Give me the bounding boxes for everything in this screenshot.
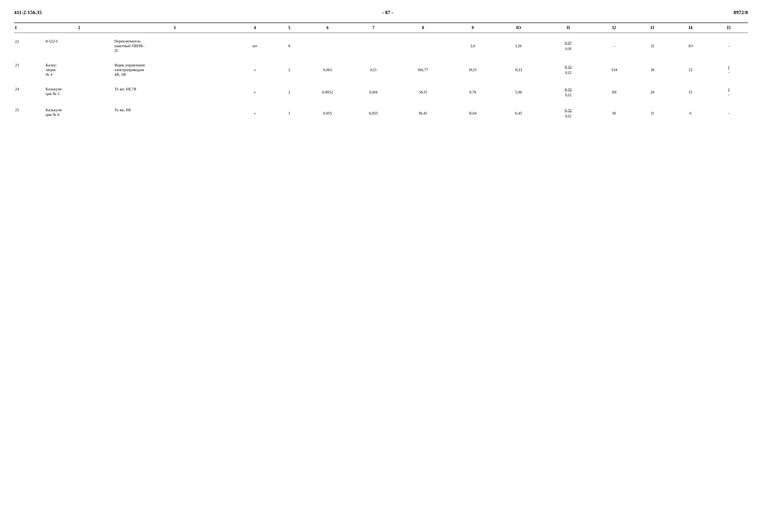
row-23-col3: Ящик управленияэлектроприводом4Я, 5Я: [114, 61, 236, 78]
table-wrapper: I 2 3 4 5 6 7 8 9 IO II I2 I3 I4 I5: [14, 23, 748, 120]
row-spacer-0: [14, 33, 748, 38]
row-22-col3: Переключательпакетный ПВПВ–2I: [114, 38, 236, 54]
col-header-2: 2: [44, 23, 113, 33]
row-25-col7: 0,055: [350, 106, 397, 120]
col-header-5: 5: [274, 23, 305, 33]
row-25-col2: Калькуля-ция № 6: [44, 106, 113, 120]
row-25-col11: 0,32 0,I2: [542, 106, 595, 120]
col-header-12: I2: [595, 23, 633, 33]
row-25-col8: 8I,45: [396, 106, 450, 120]
row-24-col9: 9,76: [450, 85, 496, 100]
row-25-col3: То же, 8Я: [114, 106, 236, 120]
row-23-col7: 0,I3: [350, 61, 397, 78]
row-spacer-2: [14, 78, 748, 85]
row-25-col15: –: [710, 106, 748, 120]
col-header-8: 8: [396, 23, 450, 33]
col-header-3: 3: [114, 23, 236, 33]
row-25-col5: I: [274, 106, 305, 120]
column-header-row: I 2 3 4 5 6 7 8 9 IO II I2 I3 I4 I5: [14, 23, 748, 33]
col-header-10: IO: [496, 23, 542, 33]
col-header-14: I4: [671, 23, 710, 33]
row-25-col4: »: [236, 106, 274, 120]
row-22-col10: I,26: [496, 38, 542, 54]
col-header-6: 6: [305, 23, 350, 33]
row-24-col15: I –: [710, 85, 748, 100]
row-23-num: 23: [14, 61, 44, 78]
main-table: I 2 3 4 5 6 7 8 9 IO II I2 I3 I4 I5: [14, 23, 748, 120]
row-24-col11: 0,32 0,I2: [542, 85, 595, 100]
col-header-9: 9: [450, 23, 496, 33]
table-row-24: 24 Калькуля-ция № 5 То же, 6Я,7Я » 2 0,0…: [14, 85, 748, 100]
col-header-13: I3: [633, 23, 671, 33]
row-23-col10: II,I3: [496, 61, 542, 78]
row-24-col13: 20: [633, 85, 671, 100]
table-row-25: 25 Калькуля-ция № 6 То же, 8Я » I 0,055 …: [14, 106, 748, 120]
row-25-col14: 6: [671, 106, 710, 120]
row-25-num: 25: [14, 106, 44, 120]
row-24-col12: II6: [595, 85, 633, 100]
row-24-col6: 0,0052: [305, 85, 350, 100]
row-25-col10: 6,45: [496, 106, 542, 120]
row-24-num: 24: [14, 85, 44, 100]
col-header-11: II: [542, 23, 595, 33]
row-22-col12: –: [595, 38, 633, 54]
row-23-col11: 0,32 0,I2: [542, 61, 595, 78]
row-25-col13: II: [633, 106, 671, 120]
row-22-col13: 2I: [633, 38, 671, 54]
row-24-col7: 0,I04: [350, 85, 397, 100]
row-24-col10: 5,96: [496, 85, 542, 100]
row-22-col9: 2,6: [450, 38, 496, 54]
col-header-15: I5: [710, 23, 748, 33]
row-24-col5: 2: [274, 85, 305, 100]
row-22-col6: [305, 38, 350, 54]
row-24-col3: То же, 6Я,7Я: [114, 85, 236, 100]
table-row-22: 22 8-522-I Переключательпакетный ПВПВ–2I…: [14, 38, 748, 54]
table-row-23: 23 Калку-ляция№ 4 Ящик управленияэлектро…: [14, 61, 748, 78]
row-23-col15: I –: [710, 61, 748, 78]
row-23-col13: 38: [633, 61, 671, 78]
row-23-col2: Калку-ляция№ 4: [44, 61, 113, 78]
row-spacer-1: [14, 54, 748, 61]
row-23-col5: 2: [274, 61, 305, 78]
row-spacer-3: [14, 99, 748, 106]
row-24-col14: I2: [671, 85, 710, 100]
row-23-col6: 0,065: [305, 61, 350, 78]
row-22-col2: 8-522-I: [44, 38, 113, 54]
row-22-num: 22: [14, 38, 44, 54]
row-25-col6: 0,055: [305, 106, 350, 120]
row-23-col14: 22: [671, 61, 710, 78]
row-24-col2: Калькуля-ция № 5: [44, 85, 113, 100]
row-22-col15: –: [710, 38, 748, 54]
row-25-col12: 8I: [595, 106, 633, 120]
row-22-col8: [396, 38, 450, 54]
header-left: 411-2-156.35: [14, 9, 42, 16]
col-header-7: 7: [350, 23, 397, 33]
row-23-col12: 334: [595, 61, 633, 78]
row-22-col7: [350, 38, 397, 54]
col-header-1: I: [14, 23, 44, 33]
header-center: - 87 -: [382, 9, 393, 16]
row-23-col8: I66,77: [396, 61, 450, 78]
row-22-col5: 8: [274, 38, 305, 54]
row-23-col9: I9,I3: [450, 61, 496, 78]
row-24-col4: »: [236, 85, 274, 100]
row-24-col8: 58,I5: [396, 85, 450, 100]
row-23-col4: »: [236, 61, 274, 78]
row-22-col11: 0,07 0,0I: [542, 38, 595, 54]
row-22-col4: шт: [236, 38, 274, 54]
page-header: 411-2-156.35 - 87 - 8972/8: [14, 9, 748, 16]
row-25-col9: II,04: [450, 106, 496, 120]
header-right: 8972/8: [733, 9, 748, 16]
col-header-4: 4: [236, 23, 274, 33]
row-22-col14: IO: [671, 38, 710, 54]
